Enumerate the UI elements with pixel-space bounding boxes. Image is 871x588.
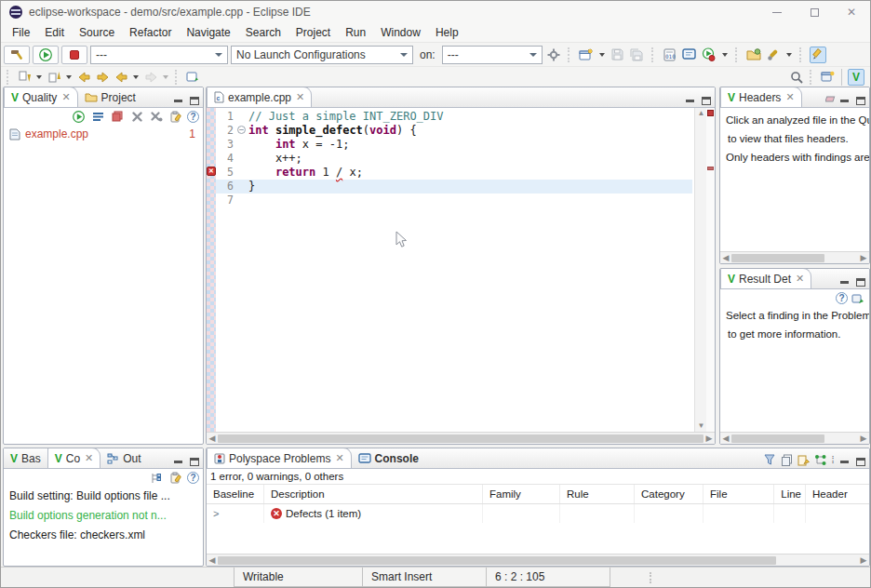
next-annotation-icon[interactable] <box>16 69 33 86</box>
polyspace-perspective-button[interactable]: V <box>848 69 864 86</box>
code-line[interactable]: 7 <box>216 194 692 207</box>
tab-out[interactable]: Out <box>100 448 147 468</box>
scroll-right-icon[interactable]: ▶ <box>858 252 869 264</box>
tab-polyspace-problems[interactable]: Polyspace Problems ✕ <box>207 448 352 468</box>
tab-headers[interactable]: V Headers ✕ <box>720 87 802 107</box>
menu-file[interactable]: File <box>5 24 37 41</box>
last-edit-forward-icon[interactable] <box>94 69 111 86</box>
editor-horizontal-scrollbar[interactable]: ◀ ▶ <box>207 432 715 444</box>
back-history-icon[interactable] <box>113 69 129 86</box>
scroll-left-icon[interactable]: ◀ <box>720 433 731 445</box>
help-icon[interactable]: ? <box>187 111 199 123</box>
open-in-browser-icon[interactable] <box>851 290 865 307</box>
close-icon[interactable]: ✕ <box>296 91 304 103</box>
fold-marker-icon[interactable]: − <box>237 126 246 134</box>
scroll-left-icon[interactable]: ◀ <box>207 555 218 567</box>
maximize-panel-button[interactable] <box>853 456 867 468</box>
maximize-panel-button[interactable] <box>187 456 201 468</box>
new-wizard-icon[interactable] <box>578 47 595 63</box>
col-rule[interactable]: Rule <box>560 485 635 503</box>
scroll-left-icon[interactable]: ◀ <box>207 433 218 445</box>
close-icon[interactable]: ✕ <box>85 452 93 464</box>
stop-button[interactable] <box>61 46 87 64</box>
code-line[interactable]: 4 x++; <box>216 152 692 166</box>
window-close-button[interactable]: ✕ <box>833 1 870 23</box>
open-resource-icon[interactable] <box>745 47 762 63</box>
help-icon[interactable]: ? <box>836 292 848 304</box>
menu-source[interactable]: Source <box>72 24 122 41</box>
previous-annotation-icon[interactable] <box>46 69 62 86</box>
external-tools-icon[interactable] <box>765 47 782 63</box>
menu-navigate[interactable]: Navigate <box>179 24 237 41</box>
menu-search[interactable]: Search <box>238 24 288 41</box>
menu-refactor[interactable]: Refactor <box>122 24 179 41</box>
search-icon[interactable] <box>788 69 805 86</box>
run-history-icon[interactable] <box>701 47 717 63</box>
scrollbar-thumb[interactable] <box>731 254 824 262</box>
tab-console[interactable]: Console <box>352 448 425 468</box>
col-description[interactable]: Description <box>264 485 483 503</box>
tab-quality[interactable]: V Quality ✕ <box>4 87 78 107</box>
tab-project[interactable]: Project <box>78 87 142 107</box>
open-console-icon[interactable] <box>681 47 698 63</box>
problems-row-defects[interactable]: > ✕ Defects (1 item) <box>207 504 869 523</box>
error-marker-icon[interactable]: ✕ <box>207 167 216 176</box>
menu-edit[interactable]: Edit <box>37 24 72 41</box>
run-button[interactable] <box>33 46 59 64</box>
headers-horizontal-scrollbar[interactable]: ◀ ▶ <box>720 251 869 263</box>
overview-ruler[interactable] <box>706 108 715 432</box>
build-log-icon[interactable]: 010 <box>662 47 678 63</box>
tab-result-details[interactable]: V Result Det ✕ <box>720 268 811 288</box>
back-history-dropdown[interactable] <box>133 75 139 79</box>
col-header[interactable]: Header <box>806 485 869 503</box>
last-edit-back-icon[interactable] <box>75 69 92 86</box>
minimize-panel-button[interactable] <box>838 95 851 107</box>
save-all-icon[interactable] <box>629 47 646 63</box>
menu-project[interactable]: Project <box>288 24 338 41</box>
scroll-right-icon[interactable]: ▶ <box>858 555 869 567</box>
col-file[interactable]: File <box>704 485 774 503</box>
new-wizard-dropdown[interactable] <box>599 53 605 57</box>
remove-results-icon[interactable] <box>109 109 126 126</box>
launch-target-combo[interactable]: --- <box>442 46 543 64</box>
export-icon[interactable] <box>795 451 811 468</box>
view-menu-icon[interactable]: ⁞ <box>828 451 838 468</box>
build-button[interactable] <box>4 46 30 64</box>
tab-co[interactable]: V Co ✕ <box>47 448 101 468</box>
help-icon[interactable]: ? <box>187 472 199 484</box>
minimize-panel-button[interactable] <box>838 276 851 288</box>
menu-run[interactable]: Run <box>338 24 373 41</box>
maximize-panel-button[interactable] <box>187 95 201 107</box>
maximize-panel-button[interactable] <box>699 95 713 107</box>
run-history-dropdown[interactable] <box>722 53 728 57</box>
minimize-panel-button[interactable] <box>838 456 851 468</box>
menu-help[interactable]: Help <box>428 24 466 41</box>
editor-body[interactable]: ✕ 1// Just a simple INT_ZERO_DIV2−int si… <box>207 108 715 432</box>
problems-horizontal-scrollbar[interactable]: ◀ ▶ <box>207 554 869 566</box>
col-baseline[interactable]: Baseline <box>207 485 264 503</box>
code-line[interactable]: 1// Just a simple INT_ZERO_DIV <box>216 110 692 124</box>
build-config-combo[interactable]: --- <box>90 46 228 64</box>
scroll-right-icon[interactable]: ▶ <box>858 433 869 445</box>
show-log-icon[interactable] <box>89 109 106 126</box>
filter-icon[interactable] <box>761 451 778 468</box>
minimize-panel-button[interactable] <box>683 95 697 107</box>
previous-annotation-dropdown[interactable] <box>66 75 72 79</box>
scroll-left-icon[interactable]: ◀ <box>720 252 731 264</box>
close-icon[interactable]: ✕ <box>61 91 70 103</box>
forward-history-dropdown[interactable] <box>163 75 168 79</box>
editor-vertical-scrollbar[interactable]: ▲ ▼ <box>694 108 706 432</box>
col-family[interactable]: Family <box>483 485 560 503</box>
maximize-panel-button[interactable] <box>853 276 867 288</box>
save-icon[interactable] <box>610 47 626 63</box>
toggle-mark-occurrences-button[interactable] <box>810 47 826 63</box>
forward-history-icon[interactable] <box>142 69 159 86</box>
minimize-panel-button[interactable] <box>171 456 185 468</box>
next-annotation-dropdown[interactable] <box>36 75 42 79</box>
edit-config-icon[interactable] <box>168 109 184 126</box>
quality-file-row[interactable]: example.cpp 1 <box>4 125 203 143</box>
launch-config-combo[interactable]: No Launch Configurations <box>231 46 413 64</box>
window-minimize-button[interactable] <box>758 1 796 23</box>
fold-gutter[interactable]: − <box>236 124 248 138</box>
scrollbar-thumb[interactable] <box>218 556 776 565</box>
